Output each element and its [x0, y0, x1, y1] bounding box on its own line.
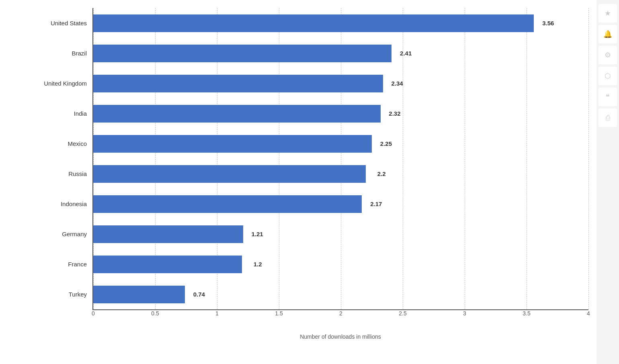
y-axis-label: Mexico — [8, 140, 92, 147]
bar: 2.41 — [93, 45, 391, 62]
x-axis-label: Number of downloads in millions — [92, 333, 588, 340]
y-axis-label: Germany — [8, 231, 92, 237]
x-tick-label: 1.5 — [275, 310, 283, 317]
bar-row: 2.25 — [93, 131, 588, 156]
bar-row: 2.17 — [93, 192, 588, 217]
bar-value-label: 2.2 — [377, 170, 386, 177]
y-axis-label: Russia — [8, 170, 92, 177]
share-icon[interactable]: ⬡ — [599, 67, 617, 85]
bar-row: 1.21 — [93, 222, 588, 247]
bar-value-label: 1.2 — [254, 261, 262, 268]
chart-wrapper: United StatesBrazilUnited KingdomIndiaMe… — [8, 8, 588, 310]
y-axis-label: India — [8, 110, 92, 117]
y-axis-label: Turkey — [8, 291, 92, 298]
y-axis-labels: United StatesBrazilUnited KingdomIndiaMe… — [8, 8, 92, 310]
bar: 2.25 — [93, 135, 372, 153]
x-tick-label: 1 — [215, 310, 219, 317]
x-tick-label: 4 — [587, 310, 590, 317]
y-axis-label: United States — [8, 20, 92, 27]
bar-value-label: 1.21 — [251, 231, 263, 237]
bar: 2.17 — [93, 195, 362, 213]
gear-icon[interactable]: ⚙ — [599, 46, 617, 64]
bell-icon[interactable]: 🔔 — [599, 25, 617, 43]
bar-value-label: 2.17 — [370, 200, 382, 207]
bar-value-label: 3.56 — [542, 20, 554, 27]
x-tick-label: 3 — [463, 310, 466, 317]
y-axis-label: Brazil — [8, 50, 92, 57]
x-tick-label: 0 — [92, 310, 95, 317]
bar-row: 0.74 — [93, 282, 588, 307]
bar-row: 2.34 — [93, 71, 588, 96]
bar-row: 2.2 — [93, 162, 588, 186]
bar-row: 3.56 — [93, 11, 588, 36]
bar-row: 2.41 — [93, 41, 588, 66]
bar-value-label: 2.41 — [400, 50, 412, 57]
quote-icon[interactable]: ❝ — [599, 88, 617, 106]
bar-value-label: 2.25 — [380, 140, 392, 147]
x-tick-label: 2 — [339, 310, 342, 317]
bar: 3.56 — [93, 14, 534, 32]
y-axis-label: United Kingdom — [8, 80, 92, 87]
bar: 2.2 — [93, 165, 366, 183]
bars-container: 3.562.412.342.322.252.22.171.211.20.74 — [92, 8, 588, 310]
bar: 1.2 — [93, 256, 242, 273]
grid-line — [588, 8, 589, 309]
x-tick-label: 2.5 — [399, 310, 406, 317]
x-tick-label: 3.5 — [523, 310, 530, 317]
chart-area: United StatesBrazilUnited KingdomIndiaMe… — [0, 0, 596, 364]
bar-value-label: 2.32 — [389, 110, 400, 117]
bar: 2.34 — [93, 75, 383, 92]
x-axis-ticks: 00.511.522.533.54 — [93, 310, 588, 322]
y-axis-label: Indonesia — [8, 200, 92, 207]
bar-value-label: 2.34 — [391, 80, 403, 87]
x-tick-label: 0.5 — [151, 310, 159, 317]
bar: 2.32 — [93, 105, 381, 123]
bar-row: 1.2 — [93, 252, 588, 277]
star-icon[interactable]: ★ — [599, 4, 617, 22]
y-axis-label: France — [8, 261, 92, 268]
bar: 1.21 — [93, 225, 243, 243]
bar-value-label: 0.74 — [193, 291, 205, 298]
bar: 0.74 — [93, 286, 185, 303]
bar-row: 2.32 — [93, 101, 588, 126]
sidebar: ★🔔⚙⬡❝⎙ — [596, 0, 619, 364]
print-icon[interactable]: ⎙ — [599, 108, 617, 127]
